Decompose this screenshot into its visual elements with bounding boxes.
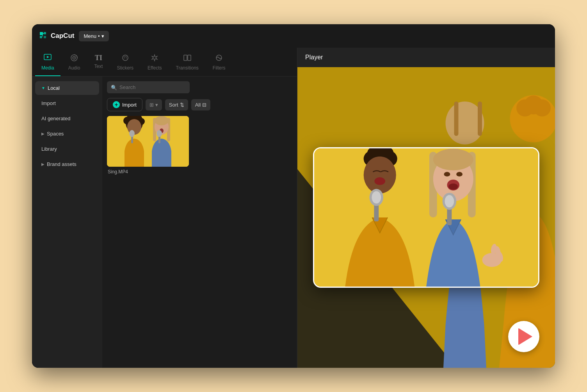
text-icon: TI [95,54,102,62]
svg-point-6 [123,55,128,61]
grid-icon: ⊞ [149,102,154,108]
svg-point-54 [444,172,450,176]
chevron-down-icon: ▾ [155,102,158,108]
sidebar-item-import[interactable]: Import [35,96,99,110]
singers-image [107,116,189,167]
search-wrap: 🔍 [107,81,292,93]
tab-effects-label: Effects [148,65,162,71]
menu-label: Menu [84,33,96,39]
panel-content: ▼ Local Import AI generated ▶ Spaces Lib [32,77,297,368]
svg-point-45 [364,157,396,194]
tab-filters-label: Filters [213,65,226,71]
left-panel: Media Audio TI Text [32,48,297,368]
player-area [297,67,555,368]
media-thumbnail [107,116,189,167]
player-panel: Player [297,48,555,368]
sidebar-ai-label: AI generated [41,116,70,121]
svg-point-46 [374,177,385,185]
sort-icon: ⇅ [180,102,184,108]
effects-icon [151,54,158,64]
player-title: Player [305,54,323,61]
svg-rect-10 [188,55,191,61]
svg-point-60 [445,195,454,208]
local-arrow-icon: ▼ [41,86,45,90]
tab-stickers-label: Stickers [117,65,133,71]
sidebar-item-library[interactable]: Library [35,142,99,156]
app-window: CapCut Menu • ▾ Media [32,24,555,368]
sidebar-brand-assets-label: Brand assets [47,161,76,167]
brand-assets-arrow-icon: ▶ [41,162,44,166]
player-header: Player [297,48,555,67]
svg-rect-12 [107,116,189,167]
filters-icon [215,54,223,64]
view-toggle-button[interactable]: ⊞ ▾ [146,99,162,110]
play-cursor [508,321,543,356]
tab-effects[interactable]: Effects [141,51,168,76]
svg-point-57 [448,184,458,190]
sidebar-import-label: Import [41,100,56,106]
stickers-icon [121,54,129,64]
top-bar: CapCut Menu • ▾ [32,24,555,48]
svg-rect-9 [184,55,187,61]
sidebar-local-label: Local [48,85,60,91]
main-layout: Media Audio TI Text [32,48,555,368]
sidebar-spaces-label: Spaces [47,131,64,137]
sort-button[interactable]: Sort ⇅ [165,99,188,110]
svg-point-25 [155,116,169,125]
search-icon: 🔍 [111,84,117,90]
logo-icon [38,30,48,42]
sidebar-item-ai-generated[interactable]: AI generated [35,112,99,125]
media-toolbar: 🔍 [102,77,297,98]
tab-audio[interactable]: Audio [62,51,87,76]
menu-chevron-icon: ▾ [101,33,104,39]
sidebar-library-label: Library [41,146,57,152]
sidebar-item-spaces[interactable]: ▶ Spaces [35,127,99,141]
tab-stickers[interactable]: Stickers [110,51,140,76]
svg-rect-38 [314,148,538,287]
media-item-name: Sing.MP4 [107,169,189,175]
svg-point-21 [129,130,135,137]
menu-dot: • [98,33,100,39]
media-icon [44,54,52,64]
sort-label: Sort [169,102,178,108]
sidebar: ▼ Local Import AI generated ▶ Spaces Lib [32,77,102,368]
spaces-arrow-icon: ▶ [41,132,44,136]
media-grid: Sing.MP4 [102,116,297,368]
logo: CapCut [38,30,74,42]
import-label: Import [122,102,137,108]
tool-tabs: Media Audio TI Text [32,48,297,77]
tab-media[interactable]: Media [35,51,60,76]
svg-point-5 [74,57,75,59]
menu-button[interactable]: Menu • ▾ [79,31,109,41]
import-button[interactable]: + Import [107,98,142,111]
app-name: CapCut [51,32,74,40]
svg-rect-37 [478,102,482,136]
tab-filters[interactable]: Filters [206,51,232,76]
tab-transitions-label: Transitions [176,65,199,71]
tab-transitions[interactable]: Transitions [170,51,205,76]
tab-text[interactable]: TI Text [88,51,109,76]
media-area: 🔍 + Import ⊞ ▾ [102,77,297,368]
sidebar-item-local[interactable]: ▼ Local [35,81,99,95]
audio-icon [70,54,78,64]
svg-point-34 [534,100,551,117]
search-input[interactable] [107,81,190,93]
tab-text-label: Text [94,64,103,69]
video-content [314,148,538,287]
svg-point-49 [372,191,381,204]
svg-point-28 [157,130,162,137]
action-bar: + Import ⊞ ▾ Sort ⇅ All [102,98,297,116]
tab-media-label: Media [41,65,54,71]
media-item[interactable]: Sing.MP4 [107,116,189,175]
import-plus-icon: + [113,101,120,108]
filter-icon: ⊟ [202,102,206,108]
transitions-icon [183,54,191,64]
filter-button[interactable]: All ⊟ [191,99,210,110]
svg-point-55 [456,172,462,176]
all-label: All [195,102,201,108]
svg-point-8 [126,58,126,59]
svg-point-53 [433,149,473,170]
video-frame [313,147,539,288]
tab-audio-label: Audio [68,65,80,71]
sidebar-item-brand-assets[interactable]: ▶ Brand assets [35,157,99,171]
